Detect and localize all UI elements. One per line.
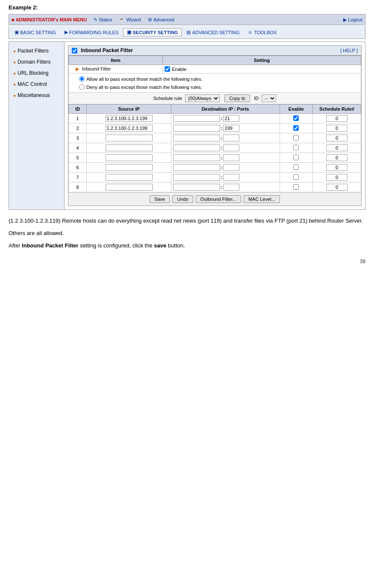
undo-button[interactable]: Undo	[172, 195, 193, 203]
radio-deny[interactable]	[79, 84, 85, 90]
advanced-setting-tab[interactable]: ▤ ADVANCED SETTING	[183, 28, 243, 36]
status-nav-item[interactable]: ✎ Status	[94, 17, 112, 23]
enable-row-checkbox[interactable]	[293, 174, 299, 180]
dest-ip-input[interactable]	[173, 164, 220, 171]
source-ip-input[interactable]	[106, 125, 153, 132]
table-row: 5:	[69, 153, 361, 163]
desc-line2: Others are all allowed.	[9, 229, 365, 238]
filter-header-table: Item Setting ▶ Inbound Filter	[68, 56, 361, 104]
schedule-select[interactable]: (00)Always	[185, 94, 220, 102]
source-ip-cell	[87, 153, 171, 163]
enable-row-checkbox[interactable]	[293, 165, 299, 170]
logout-nav-item[interactable]: ▶ Logout	[343, 17, 362, 23]
colon-separator: :	[221, 135, 223, 141]
dest-ip-ports-cell: :	[171, 123, 280, 133]
enable-cell	[280, 123, 313, 133]
sidebar-item-url-blocking[interactable]: ● URL Blocking	[9, 68, 64, 79]
panel-header: Inbound Packet Filter [ HELP ]	[68, 46, 361, 56]
dest-port-input[interactable]	[223, 164, 239, 171]
security-setting-tab[interactable]: ▣ SECURITY SETTING	[123, 28, 182, 36]
outbound-filter-button[interactable]: Outbound Filter...	[196, 195, 241, 203]
sidebar-item-miscellaneous[interactable]: ● Miscellaneous	[9, 90, 64, 101]
schedule-input[interactable]	[326, 125, 347, 132]
radio-allow-cell: Allow all to pass except those match the…	[69, 74, 361, 93]
dest-ip-input[interactable]	[173, 174, 220, 181]
source-ip-cell	[87, 123, 171, 133]
schedule-input[interactable]	[326, 154, 347, 161]
basic-icon: ▣	[15, 29, 19, 35]
source-ip-input[interactable]	[106, 115, 153, 122]
dest-ip-input[interactable]	[173, 125, 220, 132]
source-ip-input[interactable]	[106, 184, 153, 191]
basic-setting-tab[interactable]: ▣ BASIC SETTING	[11, 28, 60, 36]
colon-separator: :	[221, 116, 223, 121]
advanced-icon: ⚙	[148, 17, 152, 23]
forwarding-rules-tab[interactable]: ▶ FORWARDING RULES	[61, 28, 123, 36]
wizard-icon: ☕	[119, 17, 125, 23]
enable-row-checkbox[interactable]	[293, 184, 299, 190]
advanced-nav-item[interactable]: ⚙ Advanced	[148, 17, 174, 23]
dest-ip-input[interactable]	[173, 135, 220, 141]
dest-port-input[interactable]	[223, 154, 239, 161]
enable-row-checkbox[interactable]	[293, 125, 299, 131]
colon-separator: :	[221, 155, 223, 160]
schedule-input[interactable]	[326, 144, 347, 151]
colon-separator: :	[221, 145, 223, 150]
schedule-input[interactable]	[326, 164, 347, 171]
example-title: Example 2:	[9, 4, 365, 11]
dest-ip-input[interactable]	[173, 144, 220, 151]
sidebar-item-packet-filters[interactable]: ● Packet Filters	[9, 45, 64, 56]
enable-row-checkbox[interactable]	[293, 155, 299, 160]
desc-line3: After Inbound Packet Filter setting is c…	[9, 241, 365, 250]
schedule-row: Schedule rule (00)Always Copy to ID --	[69, 93, 361, 104]
id-column-header: ID	[69, 105, 87, 114]
save-button[interactable]: Save	[150, 195, 170, 203]
table-row: 3:	[69, 133, 361, 143]
schedule-input[interactable]	[326, 184, 347, 191]
enable-row-checkbox[interactable]	[293, 145, 299, 150]
admin-menu-item[interactable]: ■ ADMINISTRATOR's MAIN MENU	[12, 17, 87, 22]
sidebar-item-domain-filters[interactable]: ● Domain Filters	[9, 56, 64, 68]
enable-row-checkbox[interactable]	[293, 115, 299, 121]
panel-enable-checkbox[interactable]	[72, 48, 77, 53]
row-id: 7	[69, 173, 87, 182]
toolbox-tab[interactable]: ⛭ TOOLBOX	[244, 29, 280, 36]
source-ip-input[interactable]	[106, 174, 153, 181]
dest-port-input[interactable]	[223, 144, 239, 151]
dest-port-input[interactable]	[223, 115, 239, 122]
dest-ip-ports-cell: :	[171, 153, 280, 163]
source-ip-input[interactable]	[106, 154, 153, 161]
schedule-cell	[313, 153, 361, 163]
source-ip-input[interactable]	[106, 144, 153, 151]
dest-ip-input[interactable]	[173, 115, 220, 122]
dest-ip-ports-cell: :	[171, 114, 280, 123]
dest-port-input[interactable]	[223, 174, 239, 181]
schedule-input[interactable]	[326, 115, 347, 122]
sidebar-item-mac-control[interactable]: ● MAC Control	[9, 79, 64, 90]
desc-line1: (1.2.3.100-1.2.3.119) Remote hosts can d…	[9, 217, 365, 226]
schedule-input[interactable]	[326, 135, 347, 141]
dest-port-input[interactable]	[223, 125, 239, 132]
source-ip-input[interactable]	[106, 135, 153, 141]
wizard-nav-item[interactable]: ☕ Wizard	[119, 17, 141, 23]
dest-ip-ports-cell: :	[171, 143, 280, 153]
data-table: ID Source IP Destination IP : Ports Enab…	[68, 104, 361, 192]
radio-allow[interactable]	[79, 76, 85, 82]
dest-ip-input[interactable]	[173, 184, 220, 191]
dest-port-input[interactable]	[223, 135, 239, 141]
toolbox-icon: ⛭	[248, 30, 253, 35]
schedule-input[interactable]	[326, 174, 347, 181]
enable-cell	[280, 114, 313, 123]
bullet-icon: ●	[13, 60, 16, 65]
table-row: 7:	[69, 173, 361, 182]
mac-level-button[interactable]: MAC Level...	[244, 195, 280, 203]
source-ip-input[interactable]	[106, 164, 153, 171]
enable-row-checkbox[interactable]	[293, 135, 299, 141]
dest-port-input[interactable]	[223, 184, 239, 191]
dest-ip-input[interactable]	[173, 154, 220, 161]
copy-to-button[interactable]: Copy to	[224, 94, 250, 102]
enable-checkbox[interactable]	[165, 66, 170, 72]
id-select[interactable]: --	[262, 94, 276, 102]
help-link[interactable]: [ HELP ]	[340, 48, 358, 53]
item-header: Item	[69, 56, 163, 65]
